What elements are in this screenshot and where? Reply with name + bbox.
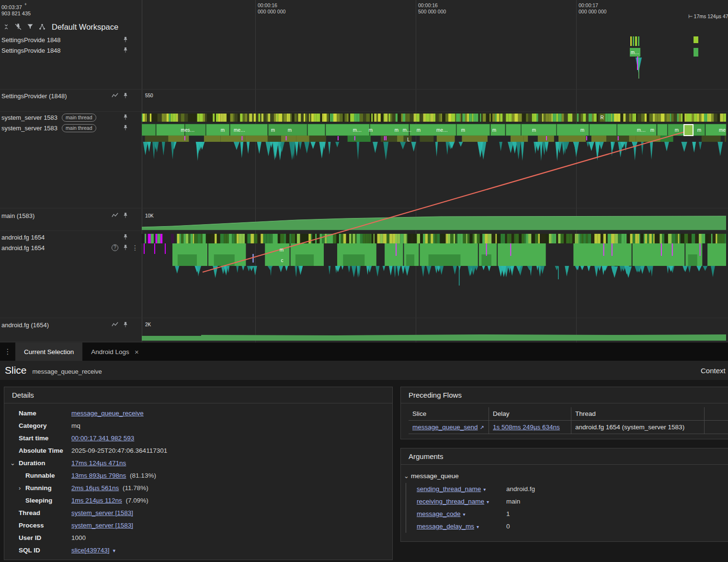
detail-value-link[interactable]: 00:00:17.341 982 593 — [71, 435, 134, 442]
thread-badge: main thread — [62, 124, 96, 132]
detail-value: 13ms 893µs 798ns (81.13%) — [71, 470, 156, 482]
panel-menu-icon[interactable]: ⋮ — [0, 343, 15, 361]
pin-icon[interactable] — [122, 124, 129, 132]
flows-col-header: Thread — [571, 407, 705, 420]
ruler-tick-label: 00:00:16500 000 000 — [416, 2, 446, 15]
range-duration: 17ms 124µs 471 — [694, 13, 728, 19]
argument-row: receiving_thread_name▾main — [406, 495, 728, 508]
dropdown-caret-icon[interactable]: ▾ — [463, 512, 466, 517]
detail-label: Name — [19, 407, 36, 420]
tick-ns: 000 000 000 — [258, 9, 285, 15]
flow-delay-link[interactable]: 1s 508ms 249µs 634ns — [493, 424, 560, 431]
details-row: User ID1000 — [4, 532, 392, 544]
close-icon[interactable]: × — [135, 348, 139, 356]
kebab-menu-icon[interactable]: ⋮ — [131, 244, 139, 252]
track-label: android.fg 1654 — [1, 244, 45, 252]
track-row[interactable]: system_server 1583main thread — [0, 112, 142, 123]
details-body: Namemessage_queue_receiveCategorymqStart… — [4, 403, 392, 557]
dropdown-caret-icon[interactable]: ▾ — [483, 487, 486, 492]
argument-key-link[interactable]: receiving_thread_name — [417, 498, 484, 505]
dropdown-caret-icon[interactable]: ▾ — [113, 548, 116, 553]
details-row: Processsystem_server [1583] — [4, 519, 392, 532]
details-row: ›Running2ms 16µs 561ns (11.78%) — [4, 482, 392, 494]
pin-icon[interactable] — [122, 92, 129, 100]
detail-value: 1000 — [71, 532, 86, 544]
track-row[interactable]: SettingsProvide 1848 — [0, 45, 142, 56]
chart-icon[interactable] — [111, 92, 119, 100]
detail-value-link[interactable]: 17ms 124µs 471ns — [71, 459, 126, 467]
detail-value-link[interactable]: slice[439743] — [71, 547, 110, 554]
track-row[interactable]: SettingsProvide 1848 — [0, 34, 142, 45]
pin-icon[interactable] — [122, 114, 129, 121]
details-row: Sleeping1ms 214µs 112ns (7.09%) — [4, 494, 392, 507]
track-row[interactable]: android.fg (1654) — [0, 318, 142, 332]
argument-group: ⌄ message_queue — [401, 469, 728, 483]
tab-current-selection[interactable]: Current Selection — [15, 343, 82, 361]
flows-col-header: Delay — [489, 407, 571, 420]
argument-key: message_delay_ms▾ — [417, 520, 506, 533]
detail-percentage: (7.09%) — [124, 497, 148, 504]
track-row[interactable]: android.fg 1654 — [0, 232, 142, 242]
argument-row: message_delay_ms▾0 — [406, 520, 728, 533]
detail-percentage: (81.13%) — [128, 472, 156, 479]
chevron-down-icon[interactable]: ⌄ — [404, 472, 411, 480]
detail-value: 00:00:17.341 982 593 — [71, 432, 134, 445]
track-row[interactable]: android.fg 1654?⋮ — [0, 242, 142, 253]
detail-label: Process — [19, 519, 44, 532]
details-row: Start time00:00:17.341 982 593 — [4, 432, 392, 445]
track-row[interactable]: SettingsProvider (1848) — [0, 89, 142, 103]
flows-header-row: SliceDelayThread — [409, 407, 728, 421]
argument-key: message_code▾ — [417, 508, 506, 521]
timeline-panel: 00:03:37+ 903 821 435 ⊢17ms 124µs 471 00… — [0, 0, 728, 343]
chevron-down-icon[interactable]: ⌄ — [10, 457, 15, 470]
flow-slice-link[interactable]: message_queue_send — [412, 424, 478, 431]
tab-label: Current Selection — [24, 348, 74, 356]
chevron-right-icon[interactable]: › — [19, 482, 21, 494]
detail-value-link[interactable]: 2ms 16µs 561ns — [71, 484, 119, 492]
pin-icon[interactable] — [122, 212, 129, 219]
detail-value-link[interactable]: 13ms 893µs 798ns — [71, 472, 126, 479]
help-icon[interactable]: ? — [111, 244, 119, 252]
detail-value: 1ms 214µs 112ns (7.09%) — [71, 494, 148, 507]
detail-value-link[interactable]: system_server [1583] — [71, 509, 133, 516]
ruler-tick-label: 00:00:16000 000 000 — [255, 2, 285, 15]
flow-empty-cell — [705, 421, 728, 434]
track-labels: SettingsProvide 1848SettingsProvide 1848… — [0, 0, 142, 343]
pin-icon[interactable] — [122, 233, 129, 241]
argument-key: receiving_thread_name▾ — [417, 495, 506, 508]
pin-icon[interactable] — [122, 46, 129, 54]
dropdown-caret-icon[interactable]: ▾ — [477, 524, 479, 529]
argument-key: sending_thread_name▾ — [417, 483, 506, 496]
detail-value: mq — [71, 420, 80, 432]
argument-key-link[interactable]: message_code — [417, 510, 461, 517]
detail-value-link[interactable]: message_queue_receive — [71, 410, 144, 417]
range-bracket-icon: ⊢ — [688, 13, 693, 19]
chart-icon[interactable] — [111, 212, 119, 219]
detail-label: User ID — [19, 532, 41, 544]
dropdown-caret-icon[interactable]: ▾ — [487, 499, 489, 505]
pin-icon[interactable] — [122, 244, 129, 252]
track-label: SettingsProvide 1848 — [1, 47, 61, 54]
detail-value-text: 1000 — [71, 534, 86, 541]
pin-icon[interactable] — [122, 321, 129, 329]
detail-value-link[interactable]: system_server [1583] — [71, 522, 133, 529]
tick-time: 00:00:16 — [258, 2, 285, 9]
argument-key-link[interactable]: message_delay_ms — [417, 523, 474, 530]
chart-icon[interactable] — [111, 321, 119, 329]
argument-key-link[interactable]: sending_thread_name — [417, 485, 481, 493]
detail-value: 2025-09-25T20:47:06.364117301 — [71, 445, 167, 457]
flows-col-header-empty — [705, 407, 728, 420]
pin-icon[interactable] — [122, 36, 129, 44]
track-row[interactable]: system_server 1583main thread — [0, 123, 142, 133]
arguments-card: Arguments ⌄ message_queue sending_thread… — [400, 448, 728, 542]
open-in-new-icon[interactable]: ↗ — [480, 424, 484, 430]
detail-label: Duration — [19, 457, 46, 470]
tab-bar: ⋮ Current SelectionAndroid Logs× — [0, 343, 728, 361]
flows-row: message_queue_send↗1s 508ms 249µs 634nsa… — [409, 421, 728, 434]
details-row: Absolute Time2025-09-25T20:47:06.3641173… — [4, 445, 392, 457]
trace-canvas[interactable] — [142, 34, 728, 343]
context-button[interactable]: Context — [701, 367, 726, 375]
tab-android-logs[interactable]: Android Logs× — [82, 343, 147, 361]
track-row[interactable]: main (1583) — [0, 209, 142, 222]
detail-value-link[interactable]: 1ms 214µs 112ns — [71, 497, 122, 504]
